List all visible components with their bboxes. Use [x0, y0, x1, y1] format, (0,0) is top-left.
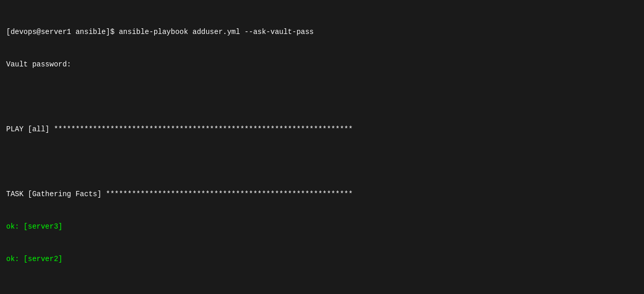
blank-2: [6, 157, 638, 167]
ok-server3-facts: ok: [server3]: [6, 221, 638, 232]
vault-prompt: Vault password:: [6, 59, 638, 70]
ok-server2-facts: ok: [server2]: [6, 254, 638, 265]
play-all: PLAY [all] *****************************…: [6, 124, 638, 135]
blank-3: [6, 286, 638, 294]
blank-1: [6, 92, 638, 102]
task-gathering: TASK [Gathering Facts] *****************…: [6, 189, 638, 200]
cmd-line: [devops@server1 ansible]$ ansible-playbo…: [6, 27, 638, 38]
terminal-output: [devops@server1 ansible]$ ansible-playbo…: [6, 5, 638, 294]
